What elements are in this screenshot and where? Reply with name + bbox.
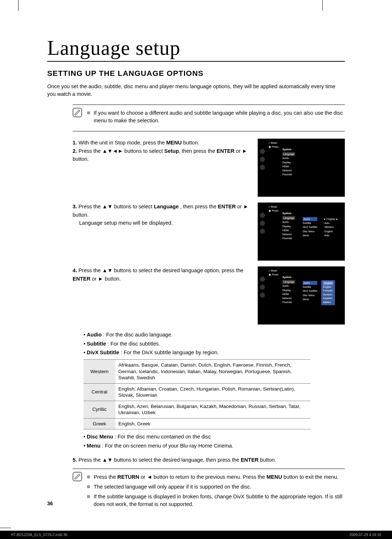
table-row: GreekEnglish, Greek	[83, 418, 310, 429]
note-icon	[73, 472, 82, 481]
footer-bar: HT-BD1220A_ELS_0729-2.indd 36 2009-07-29…	[0, 531, 392, 539]
step-3: 3. Press the ▲▼ buttons to select Langua…	[73, 203, 345, 261]
mock-screen-1: ♪ Music ▣ Photo System Language Audio Di…	[258, 139, 345, 197]
step1-pre: With the unit in Stop mode, press the	[78, 140, 166, 146]
note-block-top: If you want to choose a different audio …	[73, 105, 345, 131]
step2-bold2: ENTER	[217, 148, 234, 154]
step2-bold: Setup	[164, 148, 179, 154]
table-row: WesternAfrikaans, Basque, Catalan, Danis…	[83, 359, 310, 383]
step-4: 4. Press the ▲▼ buttons to select the de…	[73, 266, 345, 324]
opt-disc-menu: Disc Menu : For the disc menu contained …	[83, 432, 345, 441]
step3-bold: Language	[154, 204, 179, 209]
bullet-icon	[87, 495, 90, 498]
opt-audio: Audio : For the disc audio language.	[83, 330, 345, 339]
bullet-icon	[87, 485, 90, 488]
options-list: Audio : For the disc audio language. Sub…	[83, 330, 345, 357]
table-row: CyrillicEnglish, Azeri, Belarusian, Bulg…	[83, 401, 310, 418]
footer-left: HT-BD1220A_ELS_0729-2.indd 36	[11, 533, 68, 537]
step1-post: button.	[182, 140, 199, 146]
opt-menu: Menu : For the on-screen menu of your Bl…	[83, 441, 345, 450]
note2-line1: Press the RETURN or ◄ button to return t…	[94, 473, 338, 481]
language-popup: Original English Français Deutsch Españo…	[321, 280, 335, 305]
note2-line2: The selected language will only appear i…	[94, 483, 251, 491]
bullet-icon	[87, 475, 90, 478]
step4-post: or ► button.	[90, 276, 121, 282]
step-5: 5. Press the ▲▼ buttons to select the de…	[73, 457, 345, 463]
intro-text: Once you set the audio, subtitle, disc m…	[47, 83, 345, 98]
mock-screen-3: ♪ Music ▣ Photo System Language Audio Di…	[258, 266, 345, 324]
page-title: Language setup	[47, 36, 345, 62]
note-icon	[73, 108, 82, 117]
step3-pre: Press the ▲▼ buttons to select	[78, 204, 154, 209]
page-number: 36	[47, 501, 53, 506]
step3-bold2: ENTER	[218, 204, 236, 209]
opt-subtitle: Subtitle : For the disc subtitles.	[83, 339, 345, 348]
note2-line3: If the subtitle language is displayed in…	[94, 493, 345, 508]
step4-bold: ENTER	[73, 276, 90, 282]
note-text: If you want to choose a different audio …	[94, 109, 345, 124]
mock-screen-2: ♪ Music ▣ Photo System Language Audio Di…	[258, 203, 345, 261]
region-table: WesternAfrikaans, Basque, Catalan, Danis…	[83, 359, 310, 429]
step2-pre: Press the ▲▼◄► buttons to select	[78, 148, 164, 154]
opt-divx: DivX Subtitle : For the DivX subtitle la…	[83, 348, 345, 357]
step1-bold: MENU	[166, 140, 182, 146]
footer-right: 2009-07-29 4:19:10	[350, 533, 381, 537]
bullet-icon	[87, 111, 90, 114]
step3-extra: Language setup menu will be displayed.	[79, 219, 253, 227]
note-block-bottom: Press the RETURN or ◄ button to return t…	[73, 469, 345, 515]
steps: 1. With the unit in Stop mode, press the…	[73, 139, 345, 324]
post-options: Disc Menu : For the disc menu contained …	[83, 432, 345, 450]
step-1-and-2: 1. With the unit in Stop mode, press the…	[73, 139, 345, 197]
table-row: CentralEnglish, Albanian, Croatian, Czec…	[83, 383, 310, 401]
section-heading: SETTING UP THE LANGUAGE OPTIONS	[47, 69, 345, 78]
step2-mid: , then press the	[179, 148, 217, 154]
page-content: Language setup SETTING UP THE LANGUAGE O…	[0, 0, 392, 536]
step3-mid: , then press the	[179, 204, 218, 209]
step4-pre: Press the ▲▼ buttons to select the desir…	[78, 268, 243, 273]
